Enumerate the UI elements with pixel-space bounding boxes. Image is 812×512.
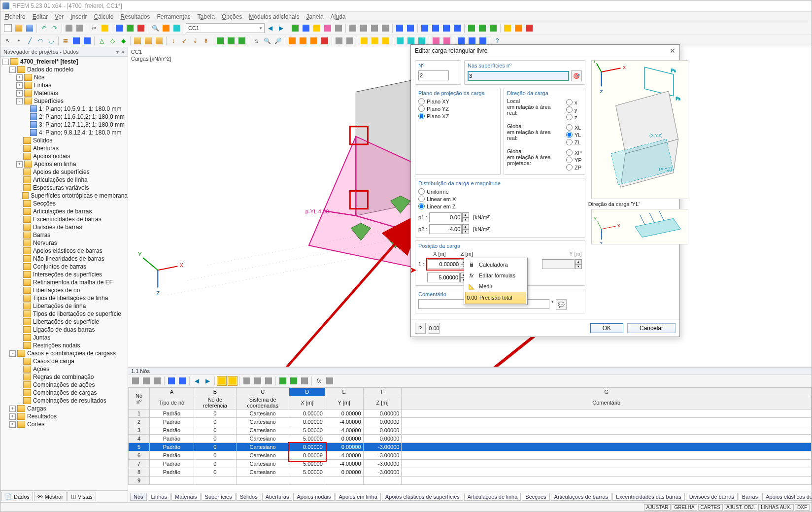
tree-item[interactable]: Juntas <box>0 334 128 341</box>
gt-next-icon[interactable]: ▶ <box>203 376 212 386</box>
radio-plane-xz[interactable]: Plano XZ <box>418 113 497 119</box>
bottom-tab[interactable]: Apoios nodais <box>293 493 334 501</box>
tb2-snap2-icon[interactable] <box>370 36 380 46</box>
tb-pick-icon[interactable] <box>125 23 135 33</box>
tb-view8-icon[interactable] <box>431 23 440 33</box>
tree-item[interactable]: Libertações de nó <box>0 286 128 294</box>
tree-item[interactable]: Restrições nodais <box>0 341 128 349</box>
tb-save-icon[interactable] <box>25 23 34 33</box>
tree-item[interactable]: +Resultados <box>0 412 128 420</box>
tree-item[interactable]: Barras <box>0 231 128 239</box>
table-row[interactable]: 4Padrão0Cartesiano5.000000.000000.00000 <box>129 435 812 443</box>
status-cell[interactable]: CARTES <box>698 504 723 511</box>
tree-item[interactable]: Divisões de barras <box>0 223 128 231</box>
tb-misc2-icon[interactable] <box>301 23 311 33</box>
tb-select-icon[interactable] <box>136 23 146 33</box>
tree-item[interactable]: Apoios elásticos de barras <box>0 247 128 255</box>
radio-plane-xy[interactable]: Plano XY <box>418 98 497 104</box>
bottom-tab[interactable]: Articulações de linha <box>464 493 521 501</box>
tree-item[interactable]: Ações <box>0 365 128 373</box>
table-row[interactable]: 6Padrão0Cartesiano0.00009-4.00000-3.0000… <box>129 451 812 460</box>
tree-item[interactable]: Superfícies ortotrópicas e membrana <box>0 192 128 200</box>
tree-item[interactable]: Apoios nodais <box>0 152 128 160</box>
tb2-extA-icon[interactable] <box>395 36 405 46</box>
tree-item[interactable]: Tipos de libertações de superfície <box>0 310 128 318</box>
tb2-hinge-icon[interactable]: ◇ <box>107 36 117 46</box>
tree-item[interactable]: Combinações de cargas <box>0 389 128 397</box>
tb2-solid-icon[interactable] <box>82 36 92 46</box>
tb-next-icon[interactable]: ▶ <box>276 23 286 33</box>
tb2-surf-icon[interactable] <box>71 36 81 46</box>
cancel-button[interactable]: Cancelar <box>627 323 676 333</box>
tb-view9-icon[interactable] <box>441 23 451 33</box>
tree-item[interactable]: 2: Plano; 11,6,10,2; 1; 180.0 mm <box>0 113 128 121</box>
tb-zoom-icon[interactable]: 🔍 <box>150 23 160 33</box>
radio-plane-yz[interactable]: Plano YZ <box>418 105 497 112</box>
status-cell[interactable]: AJUST. OBJ. <box>724 504 757 511</box>
comment-pick-icon[interactable]: 💬 <box>556 299 567 310</box>
input-pos-x2[interactable] <box>427 273 460 282</box>
status-cell[interactable]: DXF <box>795 504 810 511</box>
radio-dir-zp[interactable]: ZP <box>566 164 582 171</box>
tb-view10-icon[interactable] <box>452 23 462 33</box>
ctx-measure[interactable]: 📐Medir <box>465 281 526 292</box>
tb2-arrow3-icon[interactable]: ⇣ <box>190 36 200 46</box>
tree-item[interactable]: Casos de carga <box>0 357 128 365</box>
tb2-poly-icon[interactable]: ◠ <box>35 36 45 46</box>
gt-11-icon[interactable] <box>325 376 335 386</box>
tree-item[interactable]: +Cargas <box>0 405 128 412</box>
tb2-snap3-icon[interactable] <box>381 36 391 46</box>
tb-misc5-icon[interactable] <box>334 23 343 33</box>
gt-10-icon[interactable] <box>300 376 309 386</box>
nav-tab-mostrar[interactable]: 👁 Mostrar <box>34 492 67 501</box>
bottom-tab[interactable]: Articulações de barras <box>551 493 611 501</box>
table-row[interactable]: 1Padrão0Cartesiano0.000000.000000.00000 <box>129 410 812 418</box>
bottom-tabs[interactable]: NósLinhasMateriaisSuperfíciesSólidosAber… <box>128 491 812 502</box>
bottom-tab[interactable]: Apoios elásticos de superfícies <box>382 493 463 501</box>
menu-ficheiro[interactable]: Ficheiro <box>4 13 26 20</box>
tb-ext1-icon[interactable] <box>503 23 512 33</box>
nav-tab-dados[interactable]: 📄 Dados <box>1 492 33 501</box>
tb2-misc2-icon[interactable] <box>226 36 236 46</box>
tb-misc3-icon[interactable] <box>312 23 322 33</box>
gt-fx-icon[interactable]: fx <box>314 376 324 386</box>
tb-copy-icon[interactable] <box>75 23 85 33</box>
tb2-glue-icon[interactable]: ◆ <box>118 36 128 46</box>
menu-bar[interactable]: Ficheiro Editar Ver Inserir Cálculo Resu… <box>0 12 812 22</box>
tb2-view1-icon[interactable] <box>287 36 297 46</box>
tb-view13-icon[interactable] <box>488 23 498 33</box>
tb-view1-icon[interactable] <box>348 23 358 33</box>
dlg-units-icon[interactable]: 0.00 <box>429 323 440 334</box>
tb2-arrow4-icon[interactable]: ⇟ <box>201 36 211 46</box>
tree-item[interactable]: Tipos de libertações de linha <box>0 294 128 302</box>
ok-button[interactable]: OK <box>590 323 623 333</box>
input-surfaces[interactable] <box>468 71 569 81</box>
bottom-tab[interactable]: Apoios em linha <box>336 493 381 501</box>
tree-item[interactable]: Articulações de linha <box>0 176 128 184</box>
tree-item[interactable]: +Cortes <box>0 420 128 428</box>
gt-9-icon[interactable] <box>278 376 288 386</box>
tb2-snap1-icon[interactable] <box>359 36 369 46</box>
bottom-tab[interactable]: Superfícies <box>202 493 236 501</box>
menu-inserir[interactable]: Inserir <box>70 13 87 20</box>
menu-ajuda[interactable]: Ajuda <box>331 13 346 20</box>
tree-item[interactable]: Nervuras <box>0 239 128 247</box>
tb2-arc-icon[interactable]: ◡ <box>46 36 56 46</box>
input-p2[interactable] <box>429 224 462 234</box>
nav-tab-vistas[interactable]: ◫ Vistas <box>68 492 96 501</box>
gt-prev-icon[interactable]: ◀ <box>192 376 202 386</box>
tb2-arrow1-icon[interactable]: ↓ <box>169 36 178 46</box>
tb-cut-icon[interactable]: ✂ <box>89 23 99 33</box>
bottom-tab[interactable]: Excentricidades das barras <box>612 493 685 501</box>
tb-misc1-icon[interactable] <box>290 23 300 33</box>
tree-item[interactable]: Conjuntos de barras <box>0 263 128 271</box>
gt-excel-icon[interactable] <box>289 376 299 386</box>
tb2-grid1-icon[interactable] <box>334 36 344 46</box>
tb-locate-icon[interactable] <box>114 23 124 33</box>
bottom-tab[interactable]: Materiais <box>171 493 201 501</box>
bottom-tab[interactable]: Barras <box>739 493 761 501</box>
tb-paste-icon[interactable] <box>100 23 110 33</box>
tb2-misc1-icon[interactable] <box>215 36 225 46</box>
tb-view4-icon[interactable] <box>380 23 390 33</box>
tb-view2-icon[interactable] <box>359 23 369 33</box>
